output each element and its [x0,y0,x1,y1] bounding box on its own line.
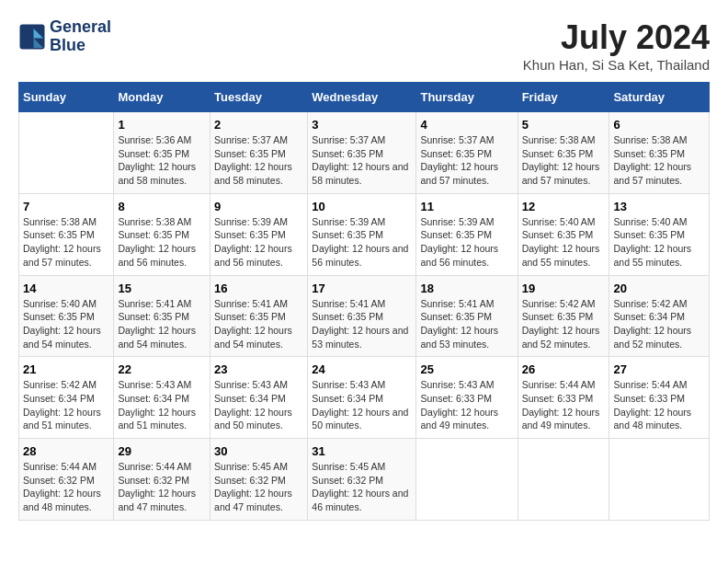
day-number: 7 [23,200,109,213]
day-info: Sunrise: 5:39 AMSunset: 6:35 PMDaylight:… [214,215,303,270]
day-number: 16 [214,282,303,295]
calendar-cell: 8 Sunrise: 5:38 AMSunset: 6:35 PMDayligh… [114,193,210,275]
day-number: 9 [214,200,303,213]
calendar-cell: 15 Sunrise: 5:41 AMSunset: 6:35 PMDaylig… [114,275,210,357]
calendar-cell: 2 Sunrise: 5:37 AMSunset: 6:35 PMDayligh… [210,112,308,194]
calendar-cell: 28 Sunrise: 5:44 AMSunset: 6:32 PMDaylig… [19,439,114,521]
calendar-cell: 7 Sunrise: 5:38 AMSunset: 6:35 PMDayligh… [19,193,114,275]
calendar-cell: 16 Sunrise: 5:41 AMSunset: 6:35 PMDaylig… [210,275,308,357]
calendar-cell: 12 Sunrise: 5:40 AMSunset: 6:35 PMDaylig… [518,193,609,275]
calendar-cell: 23 Sunrise: 5:43 AMSunset: 6:34 PMDaylig… [210,357,308,439]
day-info: Sunrise: 5:44 AMSunset: 6:32 PMDaylight:… [118,460,206,514]
day-number: 3 [312,118,412,132]
logo-icon [18,23,46,51]
calendar-cell: 24 Sunrise: 5:43 AMSunset: 6:34 PMDaylig… [308,357,416,439]
day-number: 13 [613,200,705,213]
calendar-cell: 29 Sunrise: 5:44 AMSunset: 6:32 PMDaylig… [114,439,210,521]
header-friday: Friday [518,83,609,112]
day-info: Sunrise: 5:38 AMSunset: 6:35 PMDaylight:… [118,215,206,270]
calendar-cell: 11 Sunrise: 5:39 AMSunset: 6:35 PMDaylig… [416,193,518,275]
day-info: Sunrise: 5:38 AMSunset: 6:35 PMDaylight:… [522,133,606,188]
day-number: 30 [214,444,303,458]
calendar-cell: 17 Sunrise: 5:41 AMSunset: 6:35 PMDaylig… [308,275,416,357]
calendar-week-row: 1 Sunrise: 5:36 AMSunset: 6:35 PMDayligh… [19,112,710,194]
day-info: Sunrise: 5:39 AMSunset: 6:35 PMDaylight:… [312,215,412,270]
day-number: 11 [420,200,513,213]
day-number: 12 [522,200,606,213]
day-number: 17 [312,282,412,295]
header-sunday: Sunday [19,83,114,112]
calendar-cell [19,112,114,194]
day-info: Sunrise: 5:38 AMSunset: 6:35 PMDaylight:… [613,133,705,188]
calendar-cell: 27 Sunrise: 5:44 AMSunset: 6:33 PMDaylig… [609,357,710,439]
day-info: Sunrise: 5:37 AMSunset: 6:35 PMDaylight:… [312,133,412,188]
calendar-cell: 5 Sunrise: 5:38 AMSunset: 6:35 PMDayligh… [518,112,609,194]
calendar-cell: 14 Sunrise: 5:40 AMSunset: 6:35 PMDaylig… [19,275,114,357]
header-wednesday: Wednesday [308,83,416,112]
header-monday: Monday [114,83,210,112]
calendar-cell: 30 Sunrise: 5:45 AMSunset: 6:32 PMDaylig… [210,439,308,521]
day-info: Sunrise: 5:41 AMSunset: 6:35 PMDaylight:… [420,297,513,351]
day-number: 2 [214,118,303,132]
logo-text: General Blue [50,18,111,55]
header-tuesday: Tuesday [210,83,308,112]
calendar-cell: 13 Sunrise: 5:40 AMSunset: 6:35 PMDaylig… [609,193,710,275]
day-number: 22 [118,362,206,376]
day-number: 26 [522,362,606,376]
header-thursday: Thursday [416,83,518,112]
calendar-cell [416,439,518,521]
day-info: Sunrise: 5:43 AMSunset: 6:34 PMDaylight:… [118,378,206,432]
calendar-week-row: 14 Sunrise: 5:40 AMSunset: 6:35 PMDaylig… [19,275,710,357]
day-number: 20 [613,282,705,295]
day-number: 27 [613,362,705,376]
calendar-cell: 9 Sunrise: 5:39 AMSunset: 6:35 PMDayligh… [210,193,308,275]
day-number: 24 [312,362,412,376]
day-info: Sunrise: 5:43 AMSunset: 6:34 PMDaylight:… [214,378,303,432]
title-area: July 2024 Khun Han, Si Sa Ket, Thailand [523,18,710,73]
logo: General Blue [18,18,111,55]
day-number: 6 [613,118,705,132]
day-info: Sunrise: 5:40 AMSunset: 6:35 PMDaylight:… [23,297,109,351]
day-number: 31 [312,444,412,458]
calendar-cell: 21 Sunrise: 5:42 AMSunset: 6:34 PMDaylig… [19,357,114,439]
calendar-cell [609,439,710,521]
day-number: 21 [23,362,109,376]
day-info: Sunrise: 5:41 AMSunset: 6:35 PMDaylight:… [312,297,412,351]
day-number: 5 [522,118,606,132]
calendar-week-row: 7 Sunrise: 5:38 AMSunset: 6:35 PMDayligh… [19,193,710,275]
day-number: 1 [118,118,206,132]
calendar-cell: 31 Sunrise: 5:45 AMSunset: 6:32 PMDaylig… [308,439,416,521]
day-info: Sunrise: 5:40 AMSunset: 6:35 PMDaylight:… [522,215,606,270]
day-info: Sunrise: 5:37 AMSunset: 6:35 PMDaylight:… [420,133,513,188]
calendar-cell: 3 Sunrise: 5:37 AMSunset: 6:35 PMDayligh… [308,112,416,194]
day-info: Sunrise: 5:42 AMSunset: 6:34 PMDaylight:… [613,297,705,351]
header-saturday: Saturday [609,83,710,112]
calendar-subtitle: Khun Han, Si Sa Ket, Thailand [523,57,710,73]
day-info: Sunrise: 5:38 AMSunset: 6:35 PMDaylight:… [23,215,109,270]
day-info: Sunrise: 5:41 AMSunset: 6:35 PMDaylight:… [214,297,303,351]
calendar-cell: 1 Sunrise: 5:36 AMSunset: 6:35 PMDayligh… [114,112,210,194]
day-number: 19 [522,282,606,295]
day-number: 23 [214,362,303,376]
calendar-title: July 2024 [523,18,710,57]
day-info: Sunrise: 5:44 AMSunset: 6:33 PMDaylight:… [613,378,705,432]
calendar-cell: 4 Sunrise: 5:37 AMSunset: 6:35 PMDayligh… [416,112,518,194]
day-info: Sunrise: 5:41 AMSunset: 6:35 PMDaylight:… [118,297,206,351]
day-info: Sunrise: 5:43 AMSunset: 6:33 PMDaylight:… [420,378,513,432]
day-number: 28 [23,444,109,458]
day-number: 25 [420,362,513,376]
calendar-cell: 18 Sunrise: 5:41 AMSunset: 6:35 PMDaylig… [416,275,518,357]
day-number: 14 [23,282,109,295]
day-number: 18 [420,282,513,295]
day-info: Sunrise: 5:45 AMSunset: 6:32 PMDaylight:… [312,460,412,514]
calendar-cell: 25 Sunrise: 5:43 AMSunset: 6:33 PMDaylig… [416,357,518,439]
page-header: General Blue July 2024 Khun Han, Si Sa K… [18,18,710,73]
day-info: Sunrise: 5:37 AMSunset: 6:35 PMDaylight:… [214,133,303,188]
day-number: 10 [312,200,412,213]
calendar-week-row: 28 Sunrise: 5:44 AMSunset: 6:32 PMDaylig… [19,439,710,521]
calendar-cell: 6 Sunrise: 5:38 AMSunset: 6:35 PMDayligh… [609,112,710,194]
day-info: Sunrise: 5:42 AMSunset: 6:35 PMDaylight:… [522,297,606,351]
day-number: 8 [118,200,206,213]
calendar-table: Sunday Monday Tuesday Wednesday Thursday… [18,82,710,521]
day-info: Sunrise: 5:45 AMSunset: 6:32 PMDaylight:… [214,460,303,514]
